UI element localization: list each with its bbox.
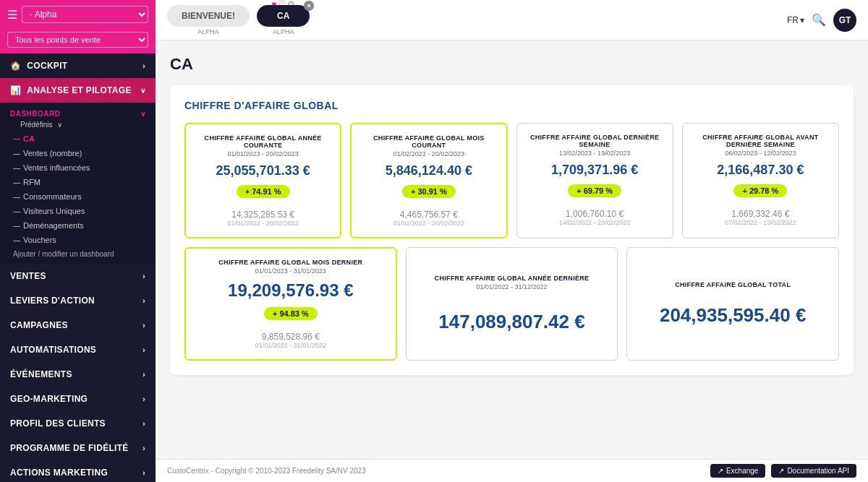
section-title: CHIFFRE D'AFFAIRE GLOBAL <box>184 100 839 111</box>
kpi-annee-derniere-date: 01/01/2022 - 31/12/2022 <box>476 283 547 291</box>
ca-global-card: CHIFFRE D'AFFAIRE GLOBAL CHIFFRE AFFAIRE… <box>170 85 854 375</box>
kpi-avant-derniere-prev: 1,669,332.46 € <box>692 209 830 219</box>
kpi-grid-bottom: CHIFFRE AFFAIRE GLOBAL MOIS DERNIER 01/0… <box>184 247 839 361</box>
tab-ca-sub: ALPHA <box>273 28 294 35</box>
dashboard-section-label: DASHBOARD ∨ <box>0 106 156 119</box>
kpi-derniere-semaine-prev: 1,006,760.10 € <box>526 209 664 219</box>
store-select[interactable]: - Alpha <box>22 6 148 23</box>
kpi-total-title: CHIFFRE AFFAIRE GLOBAL TOTAL <box>675 281 791 288</box>
kpi-derniere-semaine-date: 13/02/2023 - 19/02/2023 <box>526 150 664 157</box>
kpi-mois-courant: CHIFFRE AFFAIRE GLOBAL MOIS COURANT 01/0… <box>350 123 507 238</box>
tab-ca-container: ♥ ♡ ⚙ CA × ALPHA <box>257 5 310 35</box>
kpi-mois-dernier-badge: + 94.83 % <box>264 307 318 320</box>
footer: CustoCentrix - Copyright © 2010-2023 Fre… <box>156 459 868 482</box>
chevron-down-predefinis-icon: ∨ <box>57 121 62 129</box>
page-content: CA CHIFFRE D'AFFAIRE GLOBAL CHIFFRE AFFA… <box>156 40 868 459</box>
sidebar-sub-vouchers[interactable]: Vouchers <box>0 233 156 247</box>
sidebar-sub-rfm[interactable]: RFM <box>0 175 156 189</box>
kpi-mois-courant-prev-date: 01/02/2022 - 20/02/2022 <box>360 220 497 227</box>
kpi-mois-dernier: CHIFFRE AFFAIRE GLOBAL MOIS DERNIER 01/0… <box>184 247 397 361</box>
sidebar: ☰ - Alpha Tous les points de vente 🏠 COC… <box>0 0 156 482</box>
kpi-annee-courante-value: 25,055,701.33 € <box>195 163 331 178</box>
kpi-derniere-semaine-title: CHIFFRE AFFAIRE GLOBAL DERNIÈRE SEMAINE <box>526 134 664 148</box>
chevron-down-small-icon: ∨ <box>140 110 146 118</box>
kpi-mois-courant-badge: + 30.91 % <box>402 185 456 198</box>
sidebar-item-ventes[interactable]: VENTES › <box>0 264 156 288</box>
tab-ca-close[interactable]: × <box>304 1 314 11</box>
add-dashboard-item[interactable]: Ajouter / modifier un dashboard <box>0 247 156 261</box>
kpi-mois-courant-prev: 4,465,756.57 € <box>360 210 497 220</box>
chevron-right-campagnes-icon: › <box>142 322 145 330</box>
avatar: GT <box>833 9 856 32</box>
kpi-avant-derniere-prev-date: 07/02/2022 - 13/02/2022 <box>692 219 830 226</box>
topnav: BIENVENUE! ALPHA ♥ ♡ ⚙ CA × ALPHA FR ▾ 🔍… <box>156 0 868 40</box>
tab-ca[interactable]: CA × <box>257 5 310 27</box>
kpi-grid-top: CHIFFRE AFFAIRE GLOBAL ANNÉE COURANTE 01… <box>184 123 839 238</box>
sidebar-item-automatisations[interactable]: AUTOMATISATIONS › <box>0 337 156 362</box>
chevron-right-ventes-icon: › <box>142 272 145 280</box>
kpi-annee-courante-date: 01/01/2023 - 20/02/2023 <box>195 150 331 158</box>
kpi-mois-courant-date: 01/02/2023 - 20/02/2023 <box>360 150 497 158</box>
hamburger-icon: ☰ <box>7 8 17 22</box>
kpi-avant-derniere-badge: + 29.78 % <box>733 184 787 197</box>
sidebar-item-evenements[interactable]: ÉVÉNEMENTS › <box>0 362 156 387</box>
exchange-button[interactable]: ↗ Exchange <box>710 464 765 478</box>
topnav-right: FR ▾ 🔍 GT <box>787 9 856 32</box>
sidebar-store-header: ☰ - Alpha <box>0 0 156 29</box>
kpi-mois-courant-title: CHIFFRE AFFAIRE GLOBAL MOIS COURANT <box>360 134 497 149</box>
kpi-mois-dernier-value: 19,209,576.93 € <box>195 280 387 301</box>
kpi-mois-courant-value: 5,846,124.40 € <box>360 163 497 178</box>
footer-buttons: ↗ Exchange ↗ Documentation API <box>710 464 856 478</box>
main-content: BIENVENUE! ALPHA ♥ ♡ ⚙ CA × ALPHA FR ▾ 🔍… <box>156 0 868 482</box>
sidebar-item-fidelite[interactable]: PROGRAMME DE FIDÉLITÉ › <box>0 436 156 460</box>
page-title: CA <box>170 55 854 74</box>
kpi-avant-derniere-title: CHIFFRE AFFAIRE GLOBAL AVANT DERNIÈRE SE… <box>692 134 830 148</box>
sidebar-sub-visiteurs[interactable]: Visiteurs Uniques <box>0 204 156 218</box>
sidebar-item-analyse[interactable]: 📊 ANALYSE ET PILOTAGE ∨ <box>0 78 156 103</box>
predefinis-item[interactable]: Prédéfinis ∨ <box>0 119 156 132</box>
kpi-mois-dernier-date: 01/01/2023 - 31/01/2023 <box>195 267 387 275</box>
sidebar-pos-header: Tous les points de vente <box>0 29 156 53</box>
exchange-icon: ↗ <box>718 467 723 475</box>
sidebar-sub-ventes-nb[interactable]: Ventes (nombre) <box>0 146 156 160</box>
sidebar-item-leviers[interactable]: LEVIERS D'ACTION › <box>0 288 156 313</box>
chevron-right-leviers-icon: › <box>142 297 145 305</box>
kpi-annee-derniere: CHIFFRE AFFAIRE GLOBAL ANNÉE DERNIÈRE 01… <box>406 247 618 361</box>
chevron-right-geo-icon: › <box>142 395 145 403</box>
kpi-avant-derniere-value: 2,166,487.30 € <box>692 163 830 178</box>
sidebar-item-profil[interactable]: PROFIL DES CLIENTS › <box>0 411 156 436</box>
sidebar-sub-demenagements[interactable]: Déménagements <box>0 218 156 233</box>
search-button[interactable]: 🔍 <box>812 13 826 27</box>
chevron-right-fid-icon: › <box>142 444 145 452</box>
sidebar-item-cockpit[interactable]: 🏠 COCKPIT › <box>0 53 156 78</box>
sidebar-analyse-label: ANALYSE ET PILOTAGE <box>27 85 131 95</box>
kpi-avant-derniere-date: 06/02/2023 - 12/02/2023 <box>692 150 830 157</box>
sidebar-item-campagnes[interactable]: CAMPAGNES › <box>0 313 156 337</box>
tab-bienvenue-container: BIENVENUE! ALPHA <box>167 5 250 35</box>
tab-bienvenue-sub: ALPHA <box>197 28 219 35</box>
analyse-icon: 📊 <box>10 85 21 95</box>
doc-api-button[interactable]: ↗ Documentation API <box>771 464 856 478</box>
lang-selector[interactable]: FR ▾ <box>787 15 804 25</box>
kpi-annee-derniere-title: CHIFFRE AFFAIRE GLOBAL ANNÉE DERNIÈRE <box>435 275 590 282</box>
sidebar-item-actions[interactable]: ACTIONS MARKETING › <box>0 460 156 482</box>
kpi-annee-courante-title: CHIFFRE AFFAIRE GLOBAL ANNÉE COURANTE <box>195 134 331 149</box>
sidebar-sub-consommateurs[interactable]: Consommateurs <box>0 189 156 204</box>
sidebar-item-geo[interactable]: GEO-MARKETING › <box>0 387 156 411</box>
chevron-right-actions-icon: › <box>142 469 145 477</box>
cockpit-icon: 🏠 <box>10 61 21 71</box>
kpi-total: CHIFFRE AFFAIRE GLOBAL TOTAL 204,935,595… <box>626 247 839 361</box>
kpi-annee-courante-prev: 14,325,285.53 € <box>195 210 331 220</box>
sidebar-sub-ca[interactable]: CA <box>0 132 156 146</box>
tab-bienvenue[interactable]: BIENVENUE! <box>167 5 250 27</box>
kpi-mois-dernier-prev: 9,859,528.96 € <box>195 332 387 342</box>
kpi-mois-dernier-title: CHIFFRE AFFAIRE GLOBAL MOIS DERNIER <box>195 259 387 266</box>
kpi-annee-courante-badge: + 74.91 % <box>237 185 290 198</box>
kpi-derniere-semaine-value: 1,709,371.96 € <box>526 163 664 178</box>
sidebar-sub-ventes-inf[interactable]: Ventes influencées <box>0 160 156 175</box>
pos-select[interactable]: Tous les points de vente <box>7 32 148 48</box>
kpi-annee-courante-prev-date: 01/01/2022 - 20/02/2022 <box>195 220 331 227</box>
chevron-right-profil-icon: › <box>142 420 145 428</box>
kpi-annee-courante: CHIFFRE AFFAIRE GLOBAL ANNÉE COURANTE 01… <box>184 123 341 238</box>
kpi-derniere-semaine: CHIFFRE AFFAIRE GLOBAL DERNIÈRE SEMAINE … <box>516 123 673 238</box>
